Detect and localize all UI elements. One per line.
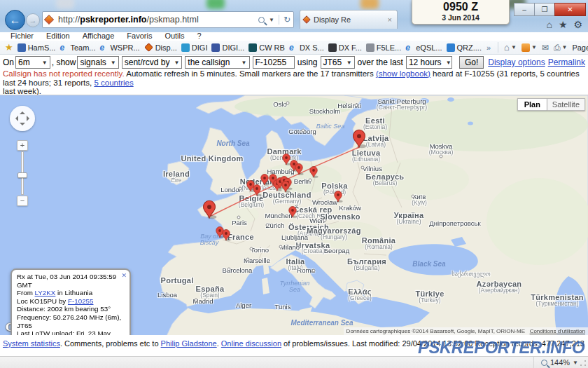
restore-button[interactable]: ❐	[534, 3, 555, 16]
address-bar[interactable]: http://pskreporter.info/pskmap.html ▼ ↻	[42, 11, 294, 28]
popup-from-line: From LY2KX in Lithuania	[17, 289, 125, 297]
favorite-item[interactable]: DIGI	[181, 43, 208, 52]
favorites-star-icon[interactable]: ★	[559, 19, 568, 30]
menu-fichier[interactable]: Fichier	[6, 32, 38, 40]
back-button[interactable]: ←	[5, 10, 25, 30]
zoom-out-button[interactable]: −	[17, 196, 28, 206]
minimize-button[interactable]: –	[514, 3, 535, 16]
favorite-favicon: e	[405, 43, 414, 52]
favorite-item[interactable]: F5LE...	[366, 43, 401, 52]
permalink-link[interactable]: Permalink	[548, 57, 585, 67]
print-dropdown-icon[interactable]: ▼	[561, 44, 567, 50]
browser-status-bar: 144% ▼	[0, 356, 588, 368]
favorite-label: DIGI...	[222, 43, 244, 52]
favorites-overflow-icon[interactable]: »	[486, 43, 491, 52]
direction-select[interactable]: sent/rcvd by▼	[122, 56, 183, 69]
favorite-favicon: e	[59, 43, 68, 52]
home-dropdown-icon[interactable]: ▼	[511, 44, 517, 50]
browser-tab[interactable]: Display Re ×	[300, 10, 398, 29]
menu-affichage[interactable]: Affichage	[78, 32, 120, 40]
popup-frequency: Frequency: 50.276.240 MHz (6m), JT65	[17, 313, 125, 329]
favorite-item[interactable]: DX F...	[328, 43, 362, 52]
favorite-favicon	[447, 43, 455, 52]
favorite-item[interactable]: HamS...	[18, 43, 56, 52]
popup-loc-line: Loc KO15PU by F-10255	[17, 297, 125, 306]
map-zoom-control: + −	[17, 140, 28, 206]
callsign-ly2kx-link[interactable]: LY2KX	[35, 289, 56, 297]
resize-grip[interactable]	[580, 360, 587, 367]
what-select[interactable]: signals▼	[77, 56, 118, 69]
favorite-item[interactable]: eeQSL...	[405, 43, 442, 52]
system-statistics-link[interactable]: System statistics	[3, 339, 60, 348]
pskreporter-watermark: PSKREPORTER.INFO	[418, 338, 584, 357]
forward-button[interactable]: →	[26, 13, 40, 27]
refresh-icon[interactable]: ↻	[284, 15, 290, 25]
rss-dropdown-icon[interactable]: ▼	[531, 44, 537, 50]
address-dropdown-icon[interactable]: ▼	[269, 17, 274, 23]
terms-link[interactable]: Conditions d'utilisation	[530, 328, 585, 334]
map-satellite-button[interactable]: Satellite	[547, 98, 585, 111]
favorite-item[interactable]: eTeam...	[59, 43, 95, 52]
philip-gladstone-link[interactable]: Philip Gladstone	[161, 339, 217, 348]
clock-time: 0950 Z	[412, 1, 509, 13]
map-pan-control[interactable]	[10, 106, 35, 131]
favorite-favicon	[181, 43, 190, 52]
map-canvas[interactable]: OsloStockholmGöteborgHelsinkiSankt-Peter…	[0, 95, 588, 335]
pan-up-icon[interactable]	[20, 109, 25, 114]
over-label: over the last	[358, 57, 403, 67]
zoom-dropdown-icon[interactable]: ▼	[573, 360, 578, 366]
favorite-label: eQSL...	[416, 43, 442, 52]
callsign-input[interactable]: F-10255	[253, 56, 295, 69]
callsign-f10255-link[interactable]: F-10255	[68, 297, 94, 305]
tab-close-icon[interactable]: ×	[386, 15, 393, 24]
menu-outils[interactable]: Outils	[160, 32, 189, 40]
favorite-label: F5LE...	[377, 43, 401, 52]
pan-right-icon[interactable]	[27, 116, 32, 121]
go-button[interactable]: Go!	[459, 56, 484, 69]
zoom-slider-handle[interactable]	[18, 172, 27, 178]
zoom-in-button[interactable]: +	[17, 140, 28, 151]
show-logbook-link[interactable]: (show logbook)	[376, 69, 430, 78]
favorites-bar-star-icon[interactable]: ★	[5, 42, 13, 53]
show-label: , show	[52, 57, 76, 67]
page-menu[interactable]: Page▼	[572, 43, 588, 52]
display-options-link[interactable]: Display options	[488, 57, 545, 67]
settings-gear-icon[interactable]: ⚙	[573, 19, 582, 30]
on-label: On	[3, 57, 14, 67]
rss-icon[interactable]	[522, 43, 530, 52]
pan-left-icon[interactable]	[13, 116, 18, 121]
favorite-item[interactable]: CW RB	[248, 43, 285, 52]
home-icon[interactable]: ⌂	[546, 19, 552, 30]
favorite-item[interactable]: Disp...	[144, 43, 177, 52]
favorite-label: CW RB	[259, 43, 285, 52]
map-plan-button[interactable]: Plan	[517, 98, 547, 111]
favorite-item[interactable]: QRZ....	[447, 43, 482, 52]
five-countries-link[interactable]: 5 countries	[94, 79, 133, 87]
menu-edition[interactable]: Edition	[41, 32, 75, 40]
home-icon[interactable]: ⌂	[504, 42, 510, 53]
site-favicon	[44, 15, 54, 25]
url-text[interactable]: http://pskreporter.info/pskmap.html	[58, 15, 258, 25]
divider	[279, 15, 279, 25]
reception-info-popup: ✕ Rx at Tue, 03 Jun 2014 09:35:59 GMT Fr…	[10, 268, 131, 335]
favorite-item[interactable]: DIGI...	[211, 43, 244, 52]
entity-select[interactable]: the callsign▼	[185, 56, 249, 69]
favorites-items: HamS...eTeam...eWSPR...Disp...DIGIDIGI..…	[15, 43, 484, 52]
favorite-item[interactable]: eDX S...	[289, 43, 324, 52]
mode-select[interactable]: JT65▼	[321, 56, 355, 69]
pan-down-icon[interactable]	[20, 123, 25, 128]
close-button[interactable]: ✕	[554, 3, 586, 16]
menu-favoris[interactable]: Favoris	[122, 32, 157, 40]
tab-favicon	[302, 15, 310, 23]
favorite-item[interactable]: eWSPR...	[99, 43, 139, 52]
mail-icon[interactable]: ✉	[542, 43, 549, 53]
online-discussion-link[interactable]: Online discussion	[221, 339, 281, 348]
popup-lotw: Last LoTW upload: Fri, 23 May 2014	[17, 329, 125, 335]
period-select[interactable]: 12 hours▼	[406, 56, 452, 69]
popup-close-icon[interactable]: ✕	[121, 272, 127, 280]
favorite-label: DIGI	[192, 43, 208, 52]
band-select[interactable]: 6m▼	[15, 56, 50, 69]
search-icon[interactable]	[258, 17, 265, 23]
menu-help[interactable]: ?	[192, 32, 206, 40]
printer-icon[interactable]: ⎙	[554, 43, 561, 53]
